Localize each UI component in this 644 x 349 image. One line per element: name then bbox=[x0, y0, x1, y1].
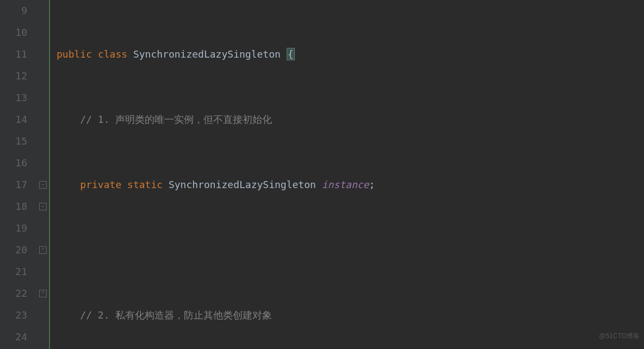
line-number: 13 bbox=[0, 87, 27, 109]
line-number: 18 bbox=[0, 196, 27, 217]
fold-toggle-icon[interactable]: ⌃ bbox=[39, 290, 47, 297]
line-number: 11 bbox=[0, 43, 27, 65]
code-line[interactable]: public class SynchronizedLazySingleton { bbox=[57, 43, 644, 65]
line-number: 24 bbox=[0, 326, 27, 348]
line-number: 12 bbox=[0, 65, 27, 87]
code-area[interactable]: public class SynchronizedLazySingleton {… bbox=[50, 0, 644, 349]
code-line[interactable]: // 2. 私有化构造器，防止其他类创建对象 bbox=[57, 304, 644, 326]
code-line[interactable] bbox=[57, 239, 644, 261]
line-gutter: 9 10 11 12 13 14 15 16 17 18 19 20 21 22… bbox=[0, 0, 38, 349]
line-number: 17 bbox=[0, 174, 27, 196]
code-editor: 9 10 11 12 13 14 15 16 17 18 19 20 21 22… bbox=[0, 0, 644, 349]
line-number: 22 bbox=[0, 283, 27, 304]
code-line[interactable]: // 1. 声明类的唯一实例，但不直接初始化 bbox=[57, 109, 644, 130]
line-number: 21 bbox=[0, 261, 27, 283]
line-number: 16 bbox=[0, 152, 27, 174]
line-number: 19 bbox=[0, 217, 27, 239]
fold-toggle-icon[interactable]: ⌃ bbox=[39, 246, 47, 254]
fold-toggle-icon[interactable]: − bbox=[39, 203, 47, 210]
line-number: 9 bbox=[0, 0, 27, 22]
line-number: 23 bbox=[0, 304, 27, 326]
fold-column: − − ⌃ ⌃ bbox=[38, 0, 49, 349]
line-number: 10 bbox=[0, 22, 27, 43]
line-number: 14 bbox=[0, 109, 27, 130]
fold-toggle-icon[interactable]: − bbox=[39, 181, 47, 189]
line-number: 20 bbox=[0, 239, 27, 261]
watermark: @51CTO博客 bbox=[599, 325, 640, 347]
line-number: 15 bbox=[0, 130, 27, 152]
code-line[interactable]: private static SynchronizedLazySingleton… bbox=[57, 174, 644, 196]
